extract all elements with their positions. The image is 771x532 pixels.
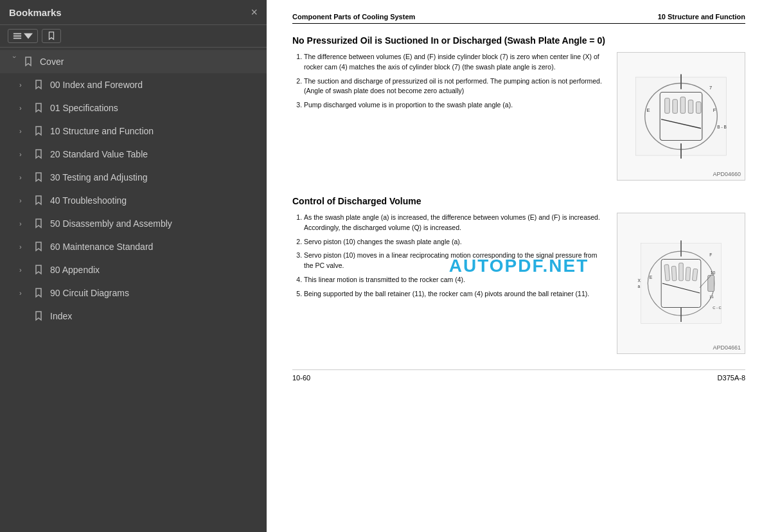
bookmark-icon-90-circuit [32, 287, 45, 299]
bookmark-icon-50-disassembly [32, 217, 45, 230]
svg-rect-1 [13, 35, 21, 37]
sidebar-item-label-01-specs: 01 Specifications [50, 103, 260, 113]
sidebar-item-label-20-standard: 20 Standard Value Table [50, 149, 260, 159]
chevron-icon-30-testing: › [19, 173, 31, 181]
sidebar-item-cover[interactable]: ›Cover [0, 50, 267, 73]
section1-content: The difference between volumes (E) and (… [292, 52, 745, 181]
sidebar-item-10-structure[interactable]: ›10 Structure and Function [0, 120, 267, 143]
menu-icon [13, 31, 22, 40]
close-button[interactable]: × [251, 6, 258, 18]
sidebar-item-label-80-appendix: 80 Appendix [50, 265, 260, 275]
chevron-icon-60-maintenance: › [19, 243, 31, 251]
bookmark-icon-40-trouble [32, 194, 45, 207]
bookmark-icon-80-appendix [32, 263, 45, 276]
section2-list: As the swash plate angle (a) is increase… [292, 213, 607, 299]
sidebar-item-label-cover: Cover [40, 57, 260, 67]
sidebar-item-label-40-trouble: 40 Troubleshooting [50, 195, 260, 206]
page-header: Component Parts of Cooling System 10 Str… [292, 13, 745, 24]
bookmark-add-button[interactable] [42, 29, 61, 43]
section1-list-item: The suction and discharge of pressurized… [304, 76, 607, 97]
section1-image-caption: APD04660 [713, 171, 741, 177]
sidebar-item-30-testing[interactable]: ›30 Testing and Adjusting [0, 166, 267, 189]
section2-image: F E 10 11 C - C X a APD04661 [617, 213, 745, 354]
sidebar-item-40-trouble[interactable]: ›40 Troubleshooting [0, 189, 267, 212]
bookmark-icon [47, 31, 56, 40]
svg-text:E: E [650, 275, 653, 279]
page-number: 10-60 [292, 374, 310, 382]
chevron-icon-40-trouble: › [19, 197, 31, 204]
section2-text: As the swash plate angle (a) is increase… [292, 213, 607, 354]
chevron-icon-00-index: › [19, 81, 31, 89]
sidebar-item-01-specs[interactable]: ›01 Specifications [0, 96, 267, 120]
main-content[interactable]: Component Parts of Cooling System 10 Str… [267, 0, 771, 532]
section2-list-item: Servo piston (10) moves in a linear reci… [304, 251, 607, 271]
page-footer: 10-60 D375A-8 [292, 369, 745, 382]
section2-content: As the swash plate angle (a) is increase… [292, 213, 745, 354]
sidebar-item-label-30-testing: 30 Testing and Adjusting [50, 172, 260, 182]
svg-text:X: X [638, 278, 641, 283]
svg-text:10: 10 [711, 270, 716, 275]
chevron-icon-10-structure: › [19, 127, 31, 135]
page-view: Component Parts of Cooling System 10 Str… [267, 0, 771, 532]
bookmark-icon-30-testing [32, 171, 45, 184]
svg-text:F: F [713, 107, 716, 113]
section1-image: 7 F E B - B APD04660 [617, 52, 745, 181]
view-menu-button[interactable] [8, 29, 38, 43]
svg-rect-11 [696, 102, 701, 114]
section2-list-item: Servo piston (10) changes the swash plat… [304, 237, 607, 247]
section1-list: The difference between volumes (E) and (… [292, 52, 607, 111]
bookmark-icon-01-specs [32, 102, 45, 114]
header-chapter-title: 10 Structure and Function [658, 13, 745, 21]
section2-list-item: As the swash plate angle (a) is increase… [304, 213, 607, 233]
sidebar-item-00-index[interactable]: ›00 Index and Foreword [0, 73, 267, 96]
svg-text:a: a [638, 284, 641, 288]
sidebar-item-label-50-disassembly: 50 Disassembly and Assembly [50, 218, 260, 229]
svg-rect-8 [673, 100, 678, 114]
section1-list-item: The difference between volumes (E) and (… [304, 52, 607, 73]
bookmark-icon-00-index [32, 78, 45, 91]
svg-marker-3 [24, 33, 33, 39]
svg-text:C - C: C - C [713, 306, 722, 310]
section2: Control of Discharged Volume As the swas… [292, 196, 745, 354]
sidebar-title: Bookmarks [9, 7, 62, 18]
svg-rect-24 [679, 263, 684, 281]
sidebar-item-60-maintenance[interactable]: ›60 Maintenance Standard [0, 235, 267, 258]
chevron-icon-cover: › [11, 56, 19, 67]
sidebar-header: Bookmarks × [0, 0, 267, 25]
bookmark-icon-60-maintenance [32, 240, 45, 253]
sidebar-item-50-disassembly[interactable]: ›50 Disassembly and Assembly [0, 212, 267, 235]
sidebar-item-label-10-structure: 10 Structure and Function [50, 126, 260, 136]
chevron-icon-20-standard: › [19, 150, 31, 158]
bookmark-icon-cover [22, 55, 35, 68]
svg-text:F: F [709, 253, 712, 257]
section1-list-item: Pump discharged volume is in proportion … [304, 100, 607, 111]
sidebar-item-label-00-index: 00 Index and Foreword [50, 80, 260, 90]
sidebar-item-label-index: Index [50, 311, 260, 321]
section1-diagram: 7 F E B - B [620, 68, 742, 164]
bookmark-icon-index [32, 310, 45, 323]
bookmark-icon-10-structure [32, 125, 45, 137]
bookmark-icon-20-standard [32, 148, 45, 161]
chevron-icon-80-appendix: › [19, 266, 31, 274]
sidebar-item-80-appendix[interactable]: ›80 Appendix [0, 258, 267, 281]
svg-text:E: E [647, 107, 650, 113]
section1-text: The difference between volumes (E) and (… [292, 52, 607, 181]
sidebar-item-20-standard[interactable]: ›20 Standard Value Table [0, 143, 267, 166]
section2-list-item: This linear motion is transmitted to the… [304, 275, 607, 285]
sidebar: Bookmarks × ›Cover›00 Index and Foreword… [0, 0, 267, 532]
svg-rect-0 [13, 33, 21, 35]
svg-rect-2 [13, 38, 21, 39]
dropdown-arrow-icon [24, 31, 33, 40]
svg-rect-25 [686, 267, 691, 281]
chevron-icon-50-disassembly: › [19, 220, 31, 227]
section2-list-item: Being supported by the ball retainer (11… [304, 289, 607, 299]
sidebar-item-label-60-maintenance: 60 Maintenance Standard [50, 242, 260, 252]
svg-rect-9 [680, 97, 686, 113]
sidebar-toolbar [0, 25, 267, 48]
section2-title: Control of Discharged Volume [292, 196, 745, 206]
sidebar-item-90-circuit[interactable]: ›90 Circuit Diagrams [0, 281, 267, 305]
section2-image-caption: APD04661 [713, 344, 741, 351]
chevron-icon-01-specs: › [19, 104, 31, 112]
section1: No Pressurized Oil is Suctioned In or Di… [292, 35, 745, 181]
sidebar-item-index[interactable]: ›Index [0, 305, 267, 328]
